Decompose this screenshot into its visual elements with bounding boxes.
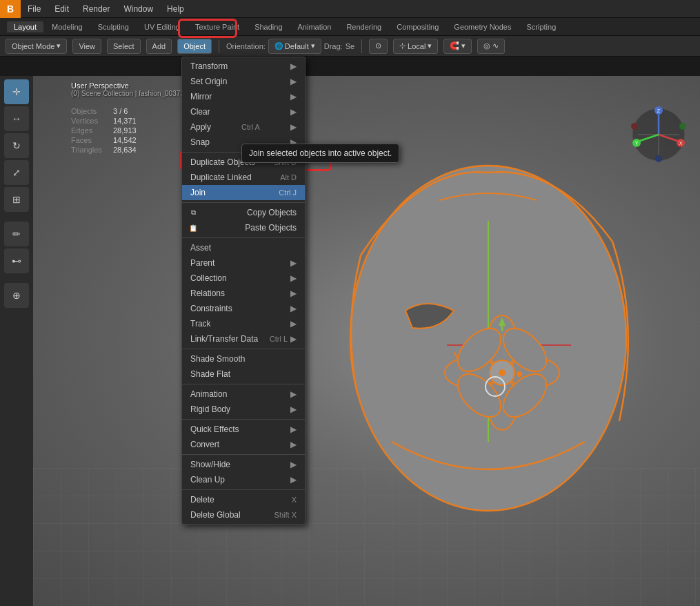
svg-point-17 [517, 371, 522, 377]
annotate-tool[interactable]: ✏ [4, 222, 29, 246]
tab-rendering[interactable]: Rendering [339, 21, 388, 32]
menu-item-relations[interactable]: Relations ▶ [182, 286, 305, 301]
snapping-btn[interactable]: 🧲 ▾ [443, 39, 472, 54]
shortcut-join: Ctrl J [279, 188, 297, 197]
menu-item-clean-up[interactable]: Clean Up ▶ [182, 472, 305, 487]
toolbar-sep-1 [219, 39, 219, 53]
tab-texture[interactable]: Texture Paint [188, 21, 246, 32]
menu-item-set-origin[interactable]: Set Origin ▶ [182, 74, 305, 89]
menu-help[interactable]: Help [160, 0, 191, 18]
object-add-tool[interactable]: ⊕ [4, 283, 29, 308]
viewport-grid [33, 468, 700, 606]
menu-item-apply[interactable]: Apply Ctrl A ▶ [182, 119, 305, 135]
faces-value: 14,542 [113, 136, 137, 144]
measure-tool[interactable]: ⊷ [4, 248, 29, 273]
submenu-arrow: ▶ [290, 460, 297, 469]
menu-file[interactable]: File [21, 0, 48, 18]
menu-item-paste[interactable]: 📋 Paste Objects [182, 220, 305, 235]
local-btn[interactable]: ⊹ Local ▾ [393, 39, 438, 54]
tab-modeling[interactable]: Modeling [45, 21, 90, 32]
submenu-arrow: ▶ [290, 424, 297, 434]
faces-label: Faces [71, 136, 109, 144]
menu-window[interactable]: Window [117, 0, 160, 18]
tab-shading[interactable]: Shading [248, 21, 289, 32]
menu-item-shade-flat[interactable]: Shade Flat [182, 366, 305, 382]
viewport-stats: Objects 3 / 6 Vertices 14,371 Edges 28,9… [71, 107, 137, 155]
menu-item-delete[interactable]: Delete X [182, 492, 305, 507]
menu-item-delete-global[interactable]: Delete Global Shift X [182, 507, 305, 522]
tab-compositing[interactable]: Compositing [390, 21, 446, 32]
svg-text:Y: Y [635, 141, 639, 146]
navigation-gizmo[interactable]: Z X Y [628, 104, 690, 166]
menu-item-asset[interactable]: Asset [182, 240, 305, 255]
object-menu-btn[interactable]: Object [177, 39, 212, 54]
tab-geo-nodes[interactable]: Geometry Nodes [447, 21, 518, 32]
submenu-arrow: ▶ [290, 475, 297, 485]
mode-selector[interactable]: Object Mode ▾ [6, 39, 67, 54]
menu-item-show-hide[interactable]: Show/Hide ▶ [182, 457, 305, 472]
svg-point-6 [445, 358, 497, 388]
tab-uv[interactable]: UV Editing [137, 21, 187, 32]
tab-animation[interactable]: Animation [291, 21, 339, 32]
submenu-arrow: ▶ [290, 61, 297, 71]
transform-pivot[interactable]: ⊙ [369, 39, 388, 54]
objects-value: 3 / 6 [113, 107, 128, 115]
svg-text:Z: Z [657, 108, 661, 113]
menu-item-collection[interactable]: Collection ▶ [182, 271, 305, 286]
menu-item-mirror[interactable]: Mirror ▶ [182, 89, 305, 104]
menu-item-clear[interactable]: Clear ▶ [182, 104, 305, 119]
menu-item-animation[interactable]: Animation ▶ [182, 387, 305, 402]
menu-item-quick-effects[interactable]: Quick Effects ▶ [182, 422, 305, 437]
svg-point-9 [496, 321, 554, 380]
orientation-selector[interactable]: 🌐 Default ▾ [268, 39, 321, 54]
app-logo: B [0, 0, 21, 18]
shortcut-dup-link: Alt D [280, 173, 297, 182]
tab-layout[interactable]: Layout [7, 21, 43, 32]
svg-point-0 [350, 166, 626, 511]
cursor-tool[interactable]: ✛ [4, 79, 29, 104]
menu-render[interactable]: Render [76, 0, 117, 18]
menu-item-rigid-body[interactable]: Rigid Body ▶ [182, 402, 305, 417]
svg-point-32 [631, 123, 638, 130]
menu-item-constraints[interactable]: Constraints ▶ [182, 301, 305, 316]
menu-edit[interactable]: Edit [48, 0, 76, 18]
edges-value: 28,913 [113, 126, 137, 135]
menu-item-convert[interactable]: Convert ▶ [182, 437, 305, 452]
submenu-arrow: ▶ [290, 92, 297, 101]
shortcut-delete-global: Shift X [274, 511, 297, 519]
rotate-tool[interactable]: ↻ [4, 133, 29, 158]
menu-item-shade-smooth[interactable]: Shade Smooth [182, 351, 305, 366]
perspective-label: User Perspective [71, 81, 197, 90]
svg-point-33 [679, 123, 686, 130]
paste-icon: 📋 [188, 222, 199, 233]
viewport-perspective-info: User Perspective (0) Scene Collection | … [71, 81, 197, 97]
add-menu[interactable]: Add [146, 39, 172, 54]
move-tool[interactable]: ↔ [4, 106, 29, 131]
orientation-control: Orientation: 🌐 Default ▾ Drag: Se [226, 39, 354, 54]
menu-item-track[interactable]: Track ▶ [182, 316, 305, 331]
svg-text:X: X [679, 141, 683, 146]
menu-divider-6 [182, 419, 305, 420]
join-tooltip: Join selected objects into active object… [241, 144, 399, 163]
workspace-tabs: Layout Modeling Sculpting UV Editing Tex… [0, 18, 700, 36]
menu-item-transform[interactable]: Transform ▶ [182, 59, 305, 74]
scale-tool[interactable]: ⤢ [4, 160, 29, 185]
shortcut-link: Ctrl L [270, 335, 288, 343]
menu-item-copy[interactable]: ⧉ Copy Objects [182, 205, 305, 220]
select-menu[interactable]: Select [107, 39, 141, 54]
menu-item-duplicate-linked[interactable]: Duplicate Linked Alt D [182, 170, 305, 185]
tab-scripting[interactable]: Scripting [519, 21, 563, 32]
menu-item-parent[interactable]: Parent ▶ [182, 255, 305, 271]
transform-tool[interactable]: ⊞ [4, 187, 29, 212]
menu-item-join[interactable]: Join Ctrl J [182, 185, 305, 200]
shortcut-delete: X [292, 496, 297, 504]
menu-divider-5 [182, 384, 305, 384]
proportional-btn[interactable]: ◎ ∿ [477, 39, 505, 54]
view-menu[interactable]: View [72, 39, 101, 54]
svg-point-12 [490, 360, 514, 385]
tab-sculpting[interactable]: Sculpting [91, 21, 136, 32]
menu-item-link-transfer[interactable]: Link/Transfer Data Ctrl L ▶ [182, 331, 305, 346]
submenu-arrow: ▶ [290, 258, 297, 268]
shortcut-apply: Ctrl A [241, 123, 260, 131]
menu-divider-7 [182, 454, 305, 455]
